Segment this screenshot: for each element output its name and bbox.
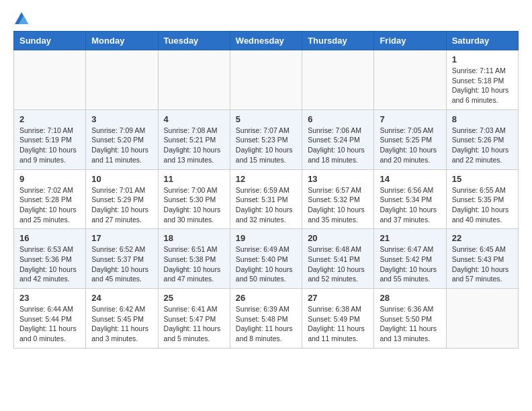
day-info: Sunrise: 6:51 AM Sunset: 5:38 PM Dayligh… (164, 244, 224, 284)
day-number: 5 (236, 114, 296, 124)
day-info: Sunrise: 6:53 AM Sunset: 5:36 PM Dayligh… (19, 244, 80, 284)
calendar-day-cell (374, 50, 446, 110)
day-info: Sunrise: 6:42 AM Sunset: 5:45 PM Dayligh… (91, 304, 152, 344)
day-number: 18 (164, 233, 224, 243)
day-number: 22 (452, 233, 513, 243)
day-number: 26 (236, 293, 296, 303)
day-info: Sunrise: 6:36 AM Sunset: 5:50 PM Dayligh… (380, 304, 440, 344)
calendar-header-friday: Friday (374, 32, 446, 50)
day-info: Sunrise: 6:52 AM Sunset: 5:37 PM Dayligh… (91, 244, 152, 284)
day-info: Sunrise: 7:10 AM Sunset: 5:19 PM Dayligh… (19, 126, 80, 165)
calendar-day-cell: 23Sunrise: 6:44 AM Sunset: 5:44 PM Dayli… (14, 289, 86, 349)
calendar-day-cell: 17Sunrise: 6:52 AM Sunset: 5:37 PM Dayli… (86, 229, 158, 289)
day-number: 25 (164, 293, 224, 303)
calendar-day-cell: 18Sunrise: 6:51 AM Sunset: 5:38 PM Dayli… (158, 229, 230, 289)
day-info: Sunrise: 6:56 AM Sunset: 5:34 PM Dayligh… (380, 185, 440, 225)
calendar-day-cell: 25Sunrise: 6:41 AM Sunset: 5:47 PM Dayli… (158, 289, 230, 349)
calendar-day-cell: 16Sunrise: 6:53 AM Sunset: 5:36 PM Dayli… (14, 229, 86, 289)
calendar-day-cell: 26Sunrise: 6:39 AM Sunset: 5:48 PM Dayli… (230, 289, 302, 349)
day-info: Sunrise: 6:55 AM Sunset: 5:35 PM Dayligh… (452, 185, 513, 225)
calendar-day-cell: 27Sunrise: 6:38 AM Sunset: 5:49 PM Dayli… (302, 289, 374, 349)
day-info: Sunrise: 6:49 AM Sunset: 5:40 PM Dayligh… (236, 244, 296, 284)
calendar-table: SundayMondayTuesdayWednesdayThursdayFrid… (13, 31, 519, 349)
calendar-day-cell (158, 50, 230, 110)
day-number: 21 (380, 233, 440, 243)
day-info: Sunrise: 7:08 AM Sunset: 5:21 PM Dayligh… (164, 126, 224, 165)
calendar-day-cell: 28Sunrise: 6:36 AM Sunset: 5:50 PM Dayli… (374, 289, 446, 349)
day-info: Sunrise: 7:03 AM Sunset: 5:26 PM Dayligh… (452, 126, 513, 165)
calendar-day-cell: 2Sunrise: 7:10 AM Sunset: 5:19 PM Daylig… (14, 109, 86, 169)
calendar-header-tuesday: Tuesday (158, 32, 230, 50)
day-number: 16 (19, 233, 80, 243)
day-number: 20 (308, 233, 368, 243)
day-info: Sunrise: 6:41 AM Sunset: 5:47 PM Dayligh… (164, 304, 224, 344)
day-info: Sunrise: 7:07 AM Sunset: 5:23 PM Dayligh… (236, 126, 296, 165)
calendar-day-cell: 3Sunrise: 7:09 AM Sunset: 5:20 PM Daylig… (86, 109, 158, 169)
calendar-day-cell: 4Sunrise: 7:08 AM Sunset: 5:21 PM Daylig… (158, 109, 230, 169)
calendar-header-sunday: Sunday (14, 32, 86, 50)
day-number: 7 (380, 114, 440, 124)
day-number: 14 (380, 174, 440, 184)
day-info: Sunrise: 6:47 AM Sunset: 5:42 PM Dayligh… (380, 244, 440, 284)
calendar-day-cell: 10Sunrise: 7:01 AM Sunset: 5:29 PM Dayli… (86, 169, 158, 229)
day-info: Sunrise: 7:09 AM Sunset: 5:20 PM Dayligh… (91, 126, 152, 165)
calendar-day-cell: 6Sunrise: 7:06 AM Sunset: 5:24 PM Daylig… (302, 109, 374, 169)
day-info: Sunrise: 6:44 AM Sunset: 5:44 PM Dayligh… (19, 304, 80, 344)
calendar-day-cell: 22Sunrise: 6:45 AM Sunset: 5:43 PM Dayli… (446, 229, 518, 289)
calendar-day-cell (14, 50, 86, 110)
day-info: Sunrise: 7:11 AM Sunset: 5:18 PM Dayligh… (452, 66, 513, 105)
calendar-day-cell: 5Sunrise: 7:07 AM Sunset: 5:23 PM Daylig… (230, 109, 302, 169)
calendar-day-cell: 20Sunrise: 6:48 AM Sunset: 5:41 PM Dayli… (302, 229, 374, 289)
calendar-week-row: 23Sunrise: 6:44 AM Sunset: 5:44 PM Dayli… (14, 289, 519, 349)
day-number: 13 (308, 174, 368, 184)
page-header (13, 13, 519, 24)
day-info: Sunrise: 7:01 AM Sunset: 5:29 PM Dayligh… (91, 185, 152, 225)
calendar-week-row: 2Sunrise: 7:10 AM Sunset: 5:19 PM Daylig… (14, 109, 519, 169)
day-info: Sunrise: 6:45 AM Sunset: 5:43 PM Dayligh… (452, 244, 513, 284)
day-info: Sunrise: 6:59 AM Sunset: 5:31 PM Dayligh… (236, 185, 296, 225)
day-number: 17 (91, 233, 152, 243)
day-number: 10 (91, 174, 152, 184)
calendar-header-monday: Monday (86, 32, 158, 50)
day-number: 6 (308, 114, 368, 124)
day-number: 27 (308, 293, 368, 303)
day-number: 2 (19, 114, 80, 124)
day-info: Sunrise: 7:02 AM Sunset: 5:28 PM Dayligh… (19, 185, 80, 225)
calendar-day-cell: 8Sunrise: 7:03 AM Sunset: 5:26 PM Daylig… (446, 109, 518, 169)
calendar-day-cell: 24Sunrise: 6:42 AM Sunset: 5:45 PM Dayli… (86, 289, 158, 349)
day-number: 12 (236, 174, 296, 184)
day-info: Sunrise: 6:39 AM Sunset: 5:48 PM Dayligh… (236, 304, 296, 344)
calendar-week-row: 16Sunrise: 6:53 AM Sunset: 5:36 PM Dayli… (14, 229, 519, 289)
day-info: Sunrise: 7:06 AM Sunset: 5:24 PM Dayligh… (308, 126, 368, 165)
logo-icon (15, 12, 28, 24)
day-number: 3 (91, 114, 152, 124)
calendar-day-cell: 7Sunrise: 7:05 AM Sunset: 5:25 PM Daylig… (374, 109, 446, 169)
day-info: Sunrise: 6:38 AM Sunset: 5:49 PM Dayligh… (308, 304, 368, 344)
calendar-header-thursday: Thursday (302, 32, 374, 50)
calendar-day-cell (302, 50, 374, 110)
calendar-day-cell (86, 50, 158, 110)
calendar-header-saturday: Saturday (446, 32, 518, 50)
calendar-day-cell: 1Sunrise: 7:11 AM Sunset: 5:18 PM Daylig… (446, 50, 518, 110)
calendar-day-cell: 15Sunrise: 6:55 AM Sunset: 5:35 PM Dayli… (446, 169, 518, 229)
day-number: 24 (91, 293, 152, 303)
calendar-day-cell: 13Sunrise: 6:57 AM Sunset: 5:32 PM Dayli… (302, 169, 374, 229)
day-number: 11 (164, 174, 224, 184)
calendar-header-row: SundayMondayTuesdayWednesdayThursdayFrid… (14, 32, 519, 50)
day-number: 9 (19, 174, 80, 184)
calendar-day-cell (230, 50, 302, 110)
calendar-day-cell: 19Sunrise: 6:49 AM Sunset: 5:40 PM Dayli… (230, 229, 302, 289)
day-info: Sunrise: 7:00 AM Sunset: 5:30 PM Dayligh… (164, 185, 224, 225)
calendar-header-wednesday: Wednesday (230, 32, 302, 50)
logo (13, 13, 28, 24)
calendar-day-cell (446, 289, 518, 349)
day-number: 28 (380, 293, 440, 303)
day-number: 15 (452, 174, 513, 184)
calendar-day-cell: 12Sunrise: 6:59 AM Sunset: 5:31 PM Dayli… (230, 169, 302, 229)
day-number: 4 (164, 114, 224, 124)
calendar-day-cell: 9Sunrise: 7:02 AM Sunset: 5:28 PM Daylig… (14, 169, 86, 229)
calendar-week-row: 9Sunrise: 7:02 AM Sunset: 5:28 PM Daylig… (14, 169, 519, 229)
day-number: 8 (452, 114, 513, 124)
day-number: 23 (19, 293, 80, 303)
day-info: Sunrise: 6:57 AM Sunset: 5:32 PM Dayligh… (308, 185, 368, 225)
